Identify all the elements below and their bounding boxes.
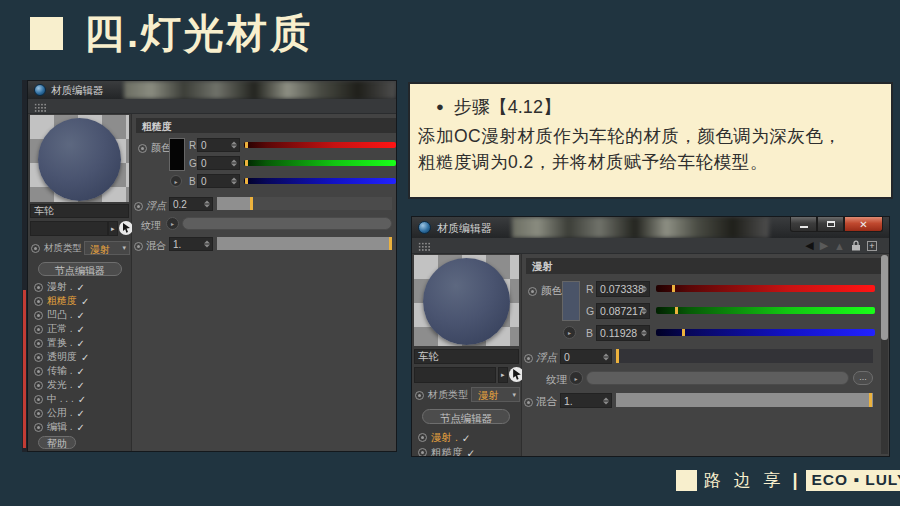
editor-toolbar	[28, 99, 396, 114]
material-type-value: 漫射	[478, 389, 499, 401]
channel-item[interactable]: 编辑 . ✓	[28, 420, 131, 434]
expand-button[interactable]: ▸	[108, 221, 118, 236]
channel-item[interactable]: 公用 . ✓	[28, 406, 131, 420]
r-value-field[interactable]: 0.073338	[596, 281, 650, 297]
channel-item[interactable]: 凹凸 . ✓	[28, 308, 131, 322]
radio-icon	[34, 395, 43, 404]
node-editor-button[interactable]: 节点编辑器	[38, 262, 122, 276]
browse-button[interactable]: ...	[853, 371, 873, 385]
up-arrow-icon[interactable]: ▲	[834, 240, 845, 252]
vertical-scrollbar[interactable]	[881, 255, 888, 454]
stepper-icon[interactable]	[204, 241, 210, 248]
b-slider[interactable]	[244, 178, 396, 184]
drag-grip-icon[interactable]	[34, 103, 47, 112]
stepper-icon[interactable]	[603, 353, 609, 360]
channel-item[interactable]: 传输 . ✓	[28, 364, 131, 378]
window-titlebar[interactable]: 材质编辑器 ✕	[412, 217, 889, 238]
stepper-icon[interactable]	[641, 308, 647, 315]
stepper-icon[interactable]	[204, 201, 210, 208]
radio-icon[interactable]	[134, 202, 143, 211]
mix-value: 1.	[564, 395, 573, 407]
channel-label: 漫射 .	[431, 431, 458, 445]
b-value-field[interactable]: 0.11928	[596, 325, 650, 341]
color-swatch[interactable]	[562, 281, 580, 321]
maximize-button[interactable]	[817, 217, 844, 232]
scrollbar-thumb[interactable]	[881, 255, 888, 340]
channel-item[interactable]: 发光 . ✓	[28, 378, 131, 392]
r-value-field[interactable]: 0	[197, 138, 240, 152]
forward-arrow-icon[interactable]: ▶	[820, 239, 828, 252]
float-value-field[interactable]: 0	[560, 349, 612, 364]
g-slider[interactable]	[244, 160, 396, 166]
stepper-icon[interactable]	[641, 330, 647, 337]
radio-icon[interactable]	[31, 244, 40, 253]
radio-icon[interactable]	[134, 242, 143, 251]
reference-field[interactable]	[414, 367, 496, 383]
float-value-field[interactable]: 0.2	[169, 197, 213, 211]
check-icon: ✓	[77, 310, 85, 321]
stepper-icon[interactable]	[231, 178, 237, 185]
expand-button[interactable]: ▸	[498, 367, 508, 383]
mix-slider[interactable]	[616, 393, 873, 407]
g-value-field[interactable]: 0.087217	[596, 303, 650, 319]
channel-item[interactable]: 中 . . . ✓	[28, 392, 131, 406]
blurred-backdrop	[512, 217, 769, 238]
channel-label: 正常 .	[47, 322, 73, 336]
expand-color-button[interactable]: ▸	[170, 175, 182, 187]
channel-list: 漫射 . ✓ 粗糙度 ✓ 凹凸 . ✓	[28, 280, 131, 434]
g-slider[interactable]	[656, 307, 875, 314]
radio-icon[interactable]	[524, 398, 533, 407]
material-name-field[interactable]: 车轮	[30, 204, 129, 218]
channel-item[interactable]: 漫射 . ✓	[412, 430, 521, 445]
radio-icon	[34, 353, 43, 362]
texture-bar[interactable]	[586, 371, 849, 385]
pick-object-button[interactable]	[119, 221, 133, 235]
color-swatch[interactable]	[169, 138, 185, 171]
r-slider[interactable]	[244, 142, 396, 148]
b-value-field[interactable]: 0	[197, 174, 240, 188]
channel-item[interactable]: 透明度 ✓	[28, 350, 131, 364]
expand-color-button[interactable]: ▸	[563, 326, 576, 339]
material-preview[interactable]	[414, 255, 519, 346]
lock-icon[interactable]	[851, 240, 861, 251]
back-arrow-icon[interactable]: ◀	[805, 239, 813, 252]
cursor-icon	[512, 369, 522, 380]
b-slider[interactable]	[656, 329, 875, 336]
material-type-dropdown[interactable]: 漫射 ▾	[84, 241, 130, 255]
drag-grip-icon[interactable]	[418, 242, 431, 251]
mix-value-field[interactable]: 1.	[169, 237, 213, 251]
radio-icon[interactable]	[528, 287, 537, 296]
help-button[interactable]: 帮助	[38, 436, 76, 449]
stepper-icon[interactable]	[641, 286, 647, 293]
channel-item[interactable]: 漫射 . ✓	[28, 280, 131, 294]
r-slider[interactable]	[656, 285, 875, 292]
radio-icon[interactable]	[524, 354, 533, 363]
mix-value-field[interactable]: 1.	[560, 393, 612, 408]
channel-item[interactable]: 正常 . ✓	[28, 322, 131, 336]
radio-icon[interactable]	[138, 144, 147, 153]
float-slider[interactable]	[616, 349, 873, 363]
close-button[interactable]: ✕	[844, 217, 883, 232]
channel-item[interactable]: 粗糙度 ✓	[412, 445, 521, 457]
g-value-field[interactable]: 0	[197, 156, 240, 170]
stepper-icon[interactable]	[603, 397, 609, 404]
stepper-icon[interactable]	[231, 160, 237, 167]
float-slider[interactable]	[217, 197, 392, 210]
radio-icon[interactable]	[415, 391, 424, 400]
color-row-label: 颜色	[528, 284, 562, 298]
channel-item[interactable]: 置换 . ✓	[28, 336, 131, 350]
node-editor-button[interactable]: 节点编辑器	[422, 409, 510, 424]
reference-field[interactable]	[30, 221, 108, 236]
texture-expand-button[interactable]: ▸	[166, 217, 179, 230]
add-tab-icon[interactable]: +	[867, 241, 877, 251]
material-name-field[interactable]: 车轮	[414, 349, 519, 364]
material-preview[interactable]	[30, 115, 129, 202]
texture-expand-button[interactable]: ▸	[569, 371, 583, 385]
channel-item[interactable]: 粗糙度 ✓	[28, 294, 131, 308]
material-type-dropdown[interactable]: 漫射 ▾	[471, 387, 520, 402]
stepper-icon[interactable]	[231, 142, 237, 149]
window-titlebar[interactable]: 材质编辑器	[28, 81, 396, 99]
texture-bar[interactable]	[182, 217, 392, 230]
minimize-button[interactable]	[790, 217, 817, 232]
mix-slider[interactable]	[217, 237, 392, 250]
